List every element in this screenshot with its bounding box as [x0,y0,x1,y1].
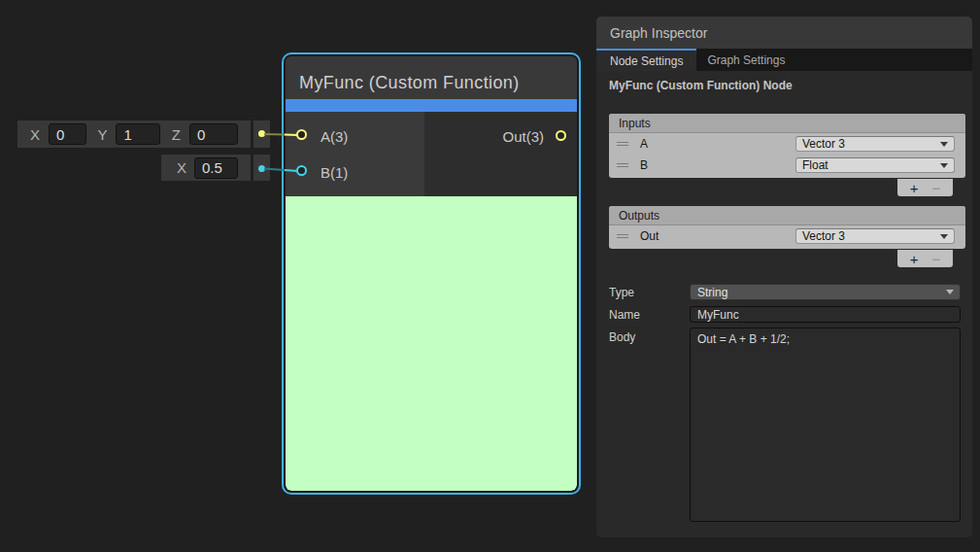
float-x-field[interactable]: 0.5 [194,157,238,179]
port-out-label: Out(3) [502,128,544,145]
drag-handle-icon[interactable] [617,234,628,238]
float-x-label: X [177,159,186,176]
input-a-type-dropdown[interactable]: Vector 3 [795,136,955,152]
input-a-name: A [640,137,648,151]
vector3-y-field[interactable]: 1 [116,123,160,145]
custom-function-node[interactable]: MyFunc (Custom Function) A(3) B(1) Out(3… [282,52,581,495]
node-input-column [286,112,424,196]
node-title: MyFunc (Custom Function) [286,56,577,99]
name-input[interactable]: MyFunc [690,306,961,323]
drag-handle-icon[interactable] [617,142,628,146]
type-label: Type [609,286,634,299]
node-ports: A(3) B(1) Out(3) [286,112,577,196]
port-a-label: A(3) [321,128,348,145]
output-row-out[interactable]: Out Vector 3 [609,225,965,247]
node-preview [286,196,577,491]
outputs-list-footer: + − [897,250,953,267]
vector3-value-node: X 0 Y 1 Z 0 [17,121,251,148]
dropdown-arrow-icon [940,142,948,147]
vector3-z-label: Z [172,126,181,143]
node-settings-heading: MyFunc (Custom Function) Node [609,79,793,92]
float-output-dot[interactable] [258,165,265,172]
tab-node-settings[interactable]: Node Settings [596,49,696,71]
inputs-list: Inputs A Vector 3 B Float [609,114,965,178]
node-output-column [424,112,577,196]
dropdown-arrow-icon [940,234,948,239]
port-out-connector[interactable] [556,130,566,141]
add-input-button[interactable]: + [910,181,919,195]
input-row-b[interactable]: B Float [609,155,965,176]
node-selected-strip [286,99,577,112]
input-b-name: B [640,158,648,172]
graph-inspector-panel: Graph Inspector Node Settings Graph Sett… [596,17,972,537]
input-b-type-dropdown[interactable]: Float [795,157,955,173]
float-value-node: X 0.5 [161,155,251,181]
type-dropdown[interactable]: String [690,284,961,300]
output-out-name: Out [640,229,659,243]
remove-output-button[interactable]: − [932,252,941,266]
vector3-z-field[interactable]: 0 [189,123,238,145]
dropdown-arrow-icon [946,290,954,294]
dropdown-arrow-icon [940,163,948,168]
add-output-button[interactable]: + [910,252,919,266]
vector3-y-label: Y [97,126,107,143]
outputs-list-header: Outputs [609,206,965,225]
vector3-x-label: X [30,126,40,143]
port-b-connector[interactable] [296,165,307,176]
outputs-list: Outputs Out Vector 3 [609,206,965,249]
vector3-output-dot[interactable] [258,130,265,137]
body-textarea[interactable]: Out = A + B + 1/2; [690,328,961,522]
input-row-a[interactable]: A Vector 3 [609,133,965,155]
shader-graph-window: X 0 Y 1 Z 0 X 0.5 MyFunc (Custom Functio… [0,0,980,552]
inputs-list-footer: + − [897,179,953,196]
vector3-x-field[interactable]: 0 [49,123,86,145]
drag-handle-icon[interactable] [617,163,628,167]
inspector-tabbar: Node Settings Graph Settings [596,49,972,71]
output-out-type-dropdown[interactable]: Vector 3 [795,228,955,244]
tab-graph-settings[interactable]: Graph Settings [696,49,795,71]
remove-input-button[interactable]: − [932,181,941,195]
custom-function-node-body: MyFunc (Custom Function) A(3) B(1) Out(3… [286,56,577,491]
port-b-label: B(1) [321,164,348,181]
port-a-connector[interactable] [296,129,307,140]
graph-inspector-title[interactable]: Graph Inspector [596,17,972,49]
body-label: Body [609,330,635,344]
inputs-list-header: Inputs [609,114,965,133]
name-label: Name [609,308,640,322]
